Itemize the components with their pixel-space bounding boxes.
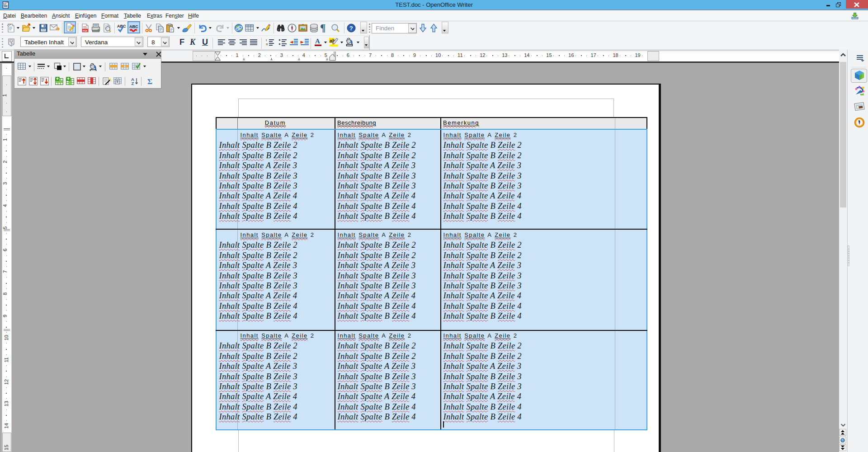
svg-text:Z: Z <box>132 81 134 85</box>
svg-text:I: I <box>266 38 267 42</box>
svg-text:Σ: Σ <box>147 77 152 85</box>
svg-text:?: ? <box>349 25 353 32</box>
svg-text:N: N <box>859 120 860 122</box>
svg-text:ABC: ABC <box>129 24 138 29</box>
svg-text:PDF: PDF <box>83 29 88 32</box>
svg-text:ABC: ABC <box>117 24 126 28</box>
svg-text:II: II <box>266 42 268 46</box>
svg-text:A: A <box>315 38 320 45</box>
svg-text:¶: ¶ <box>320 23 326 33</box>
